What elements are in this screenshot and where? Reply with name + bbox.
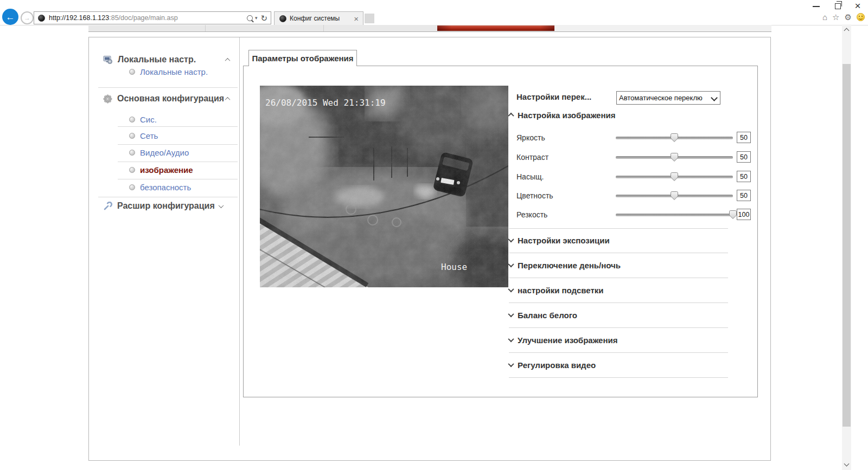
- sidebar-item-system[interactable]: Сис.: [129, 113, 157, 126]
- section-backlight[interactable]: настройки подсветки: [509, 284, 603, 296]
- browser-tab[interactable]: Конфиг системы ×: [274, 11, 363, 25]
- sidebar-group-label: Основная конфигурация: [117, 94, 224, 104]
- sidebar-group-advanced-config[interactable]: Расшир конфигурация: [103, 199, 215, 213]
- display-parameters-panel: 26/08/2015 Wed 21:31:19 House Настройки …: [243, 66, 758, 397]
- page-scrollbar[interactable]: [842, 24, 851, 470]
- section-title: Настройка изображения: [518, 111, 615, 120]
- brightness-value[interactable]: 50: [737, 132, 751, 143]
- topnav-active-tab-highlight[interactable]: [437, 25, 554, 31]
- sidebar-divider: [118, 126, 238, 127]
- tab-close-icon[interactable]: ×: [354, 15, 359, 23]
- browser-toolbar-icons: ⌂ ☆ ⚙: [822, 13, 865, 21]
- url-path: :85/doc/page/main.asp: [109, 14, 247, 22]
- sidebar-item-local-settings[interactable]: Локальные настр.: [129, 65, 208, 78]
- back-button[interactable]: ←: [2, 9, 18, 25]
- slider-label-brightness: Яркость: [516, 133, 545, 142]
- hue-value[interactable]: 50: [737, 190, 751, 201]
- smiley-feedback-icon[interactable]: [857, 13, 865, 21]
- sidebar-item-security[interactable]: безопасность: [129, 181, 191, 194]
- section-divider: [509, 278, 728, 278]
- section-exposure[interactable]: Настройки экспозиции: [509, 234, 610, 246]
- section-image-enhancement[interactable]: Улучшение изображения: [509, 334, 617, 346]
- bullet-icon: [129, 150, 135, 156]
- chevron-down-icon: [508, 261, 514, 267]
- sidebar-item-label: изображение: [140, 165, 193, 175]
- section-title: Регулировка видео: [518, 360, 596, 370]
- chevron-up-icon[interactable]: [225, 58, 231, 63]
- section-title: Улучшение изображения: [518, 336, 617, 345]
- settings-gear-icon[interactable]: ⚙: [845, 13, 852, 21]
- osd-camera-label: House: [441, 262, 467, 272]
- scroll-up-icon[interactable]: [844, 28, 850, 34]
- brightness-slider[interactable]: [616, 131, 733, 144]
- sidebar-divider: [98, 197, 238, 197]
- chevron-down-icon: [508, 336, 514, 342]
- config-page-container: Локальные настр. Локальные настр. Основн…: [88, 37, 771, 461]
- search-caret-icon[interactable]: ▾: [255, 15, 258, 21]
- scroll-down-icon[interactable]: [844, 461, 850, 467]
- slider-handle[interactable]: [729, 210, 737, 220]
- window-restore-button[interactable]: [835, 3, 841, 9]
- sidebar-group-label: Расшир конфигурация: [117, 201, 215, 211]
- wrench-icon: [103, 202, 112, 211]
- new-tab-button[interactable]: [365, 14, 374, 23]
- contrast-slider[interactable]: [616, 151, 733, 164]
- section-white-balance[interactable]: Баланс белого: [509, 309, 577, 321]
- bullet-icon: [129, 117, 135, 123]
- slider-handle[interactable]: [670, 191, 679, 201]
- slider-label-sharpness: Резкость: [516, 210, 547, 219]
- forward-button[interactable]: →: [21, 11, 34, 24]
- saturation-slider[interactable]: [616, 170, 733, 183]
- sidebar-group-basic-config[interactable]: Основная конфигурация: [103, 92, 224, 106]
- tab-display-parameters[interactable]: Параметры отображения: [248, 50, 357, 66]
- favorites-star-icon[interactable]: ☆: [832, 13, 839, 21]
- back-arrow-icon: ←: [6, 12, 15, 22]
- sidebar-divider: [118, 144, 238, 145]
- chevron-up-icon[interactable]: [225, 97, 231, 102]
- tab-favicon: [279, 15, 286, 22]
- hue-slider[interactable]: [616, 189, 733, 202]
- search-icon[interactable]: [247, 15, 253, 21]
- section-divider: [509, 253, 728, 253]
- sidebar-item-label: Локальные настр.: [140, 67, 208, 76]
- browser-chrome: ← → http://192.168.1.123 :85/doc/page/ma…: [0, 0, 868, 25]
- address-bar[interactable]: http://192.168.1.123 :85/doc/page/main.a…: [34, 11, 271, 24]
- section-divider: [509, 352, 728, 353]
- sharpness-value[interactable]: 100: [737, 209, 751, 220]
- section-day-night[interactable]: Переключение день/ночь: [509, 259, 621, 271]
- sidebar-item-network[interactable]: Сеть: [129, 129, 158, 142]
- home-icon[interactable]: ⌂: [822, 13, 827, 21]
- slider-handle[interactable]: [670, 152, 679, 162]
- chevron-down-icon: [508, 236, 514, 242]
- forward-arrow-icon: →: [24, 15, 30, 21]
- chevron-down-icon: [711, 94, 718, 101]
- window-minimize-button[interactable]: [813, 6, 820, 7]
- slider-handle[interactable]: [670, 133, 679, 143]
- section-title: настройки подсветки: [518, 286, 603, 295]
- switch-settings-label: Настройки перек...: [516, 92, 591, 101]
- chevron-up-icon: [508, 113, 514, 119]
- section-divider: [509, 377, 728, 378]
- sidebar-item-label: Сис.: [140, 115, 157, 124]
- slider-handle[interactable]: [670, 172, 679, 182]
- topnav-divider: [323, 25, 324, 31]
- camera-preview: 26/08/2015 Wed 21:31:19 House: [260, 86, 508, 287]
- chevron-down-icon[interactable]: [219, 203, 224, 208]
- sidebar-item-image[interactable]: изображение: [129, 163, 193, 176]
- scrollbar-thumb[interactable]: [843, 64, 851, 427]
- chevron-down-icon: [508, 361, 514, 367]
- section-divider: [509, 302, 728, 303]
- select-value: Автоматическое переклю: [619, 94, 703, 102]
- sharpness-slider[interactable]: [616, 208, 733, 221]
- day-night-switch-select[interactable]: Автоматическое переклю: [616, 91, 720, 105]
- section-image-adjust[interactable]: Настройка изображения: [509, 109, 615, 121]
- contrast-value[interactable]: 50: [737, 151, 751, 163]
- window-close-button[interactable]: ×: [852, 0, 863, 12]
- sidebar-item-video-audio[interactable]: Видео/Аудио: [129, 146, 189, 159]
- section-video-adjustment[interactable]: Регулировка видео: [509, 359, 596, 371]
- url-domain: http://192.168.1.123: [49, 14, 109, 22]
- bullet-icon: [129, 167, 135, 173]
- slider-rail[interactable]: [616, 214, 733, 216]
- refresh-icon[interactable]: ↻: [260, 14, 267, 22]
- saturation-value[interactable]: 50: [737, 171, 751, 182]
